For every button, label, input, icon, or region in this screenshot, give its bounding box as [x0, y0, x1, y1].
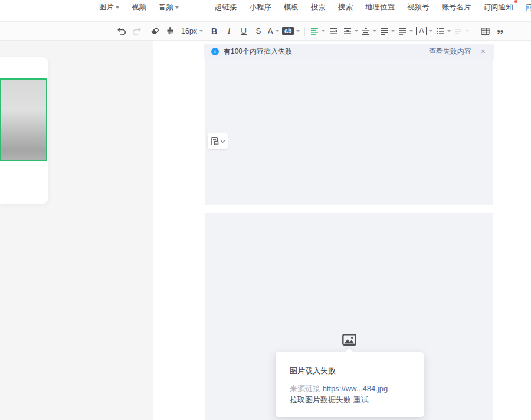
document-image-icon: [211, 137, 219, 146]
dropdown-caret-icon: [409, 30, 413, 32]
menu-item-account-card[interactable]: 账号名片: [442, 2, 471, 12]
line-spacing-button[interactable]: [398, 24, 413, 38]
chevron-down-icon: [116, 6, 119, 9]
indent-right-button[interactable]: [328, 24, 340, 38]
thumbnail-side-panel: [0, 41, 153, 420]
bullet-list-button[interactable]: [435, 24, 451, 38]
dropdown-caret-icon: [466, 30, 469, 32]
format-toolbar: 16px B I U S A ab: [0, 21, 531, 41]
source-label: 来源链接: [290, 384, 320, 393]
blockquote-button[interactable]: ”: [494, 24, 506, 38]
font-size-select[interactable]: 16px: [181, 24, 203, 38]
menu-item-label: 搜索: [338, 2, 353, 12]
indent-right-icon: [329, 27, 339, 36]
banner-message: 有100个内容插入失败: [224, 47, 292, 57]
align-left-button[interactable]: [310, 24, 325, 38]
insert-failure-banner: 有100个内容插入失败 查看失败内容 ×: [204, 44, 494, 60]
eraser-icon: [150, 27, 160, 36]
toolbar-divider: [474, 27, 474, 36]
menu-item-label: 订阅通知: [484, 2, 513, 12]
line-height-button[interactable]: [379, 24, 395, 38]
close-icon[interactable]: ×: [481, 48, 486, 55]
dropdown-caret-icon: [276, 30, 279, 32]
content-placeholder-block: [205, 60, 493, 205]
menu-item-hyperlink[interactable]: 超链接: [215, 2, 237, 12]
strikethrough-button[interactable]: S: [253, 24, 264, 38]
tooltip-source-line: 来源链接 https://ww...484.jpg: [290, 383, 413, 394]
menu-item-template[interactable]: 模板: [284, 2, 299, 12]
menu-item-label: 超链接: [215, 2, 237, 12]
underline-button[interactable]: U: [238, 24, 250, 38]
table-button[interactable]: [479, 24, 491, 38]
highlight-color-button[interactable]: ab: [282, 24, 300, 38]
bold-button[interactable]: B: [208, 24, 220, 38]
font-color-button[interactable]: A: [267, 24, 279, 38]
dropdown-caret-icon: [373, 30, 376, 32]
menu-item-channels[interactable]: 视频号: [407, 2, 430, 12]
menu-item-audio[interactable]: 音频: [159, 2, 179, 12]
dropdown-caret-icon: [429, 30, 432, 32]
letter-spacing-button[interactable]: A: [416, 24, 432, 38]
source-link[interactable]: https://ww...484.jpg: [323, 384, 388, 393]
menu-item-label: 音频: [159, 2, 173, 12]
menu-item-label: 地理位置: [365, 2, 395, 12]
menu-item-miniprogram[interactable]: 小程序: [250, 2, 272, 12]
thumbnail-card: [0, 57, 48, 204]
highlight-icon: ab: [282, 27, 294, 35]
redo-button[interactable]: [130, 24, 142, 38]
dropdown-caret-icon: [296, 30, 300, 32]
menu-item-qa[interactable]: 问答: [526, 2, 531, 12]
letter-spacing-icon: A: [416, 27, 427, 35]
bullet-list-icon: [435, 27, 445, 36]
clear-format-button[interactable]: [149, 24, 161, 38]
menu-item-search[interactable]: 搜索: [338, 2, 353, 12]
error-text: 拉取图片数据失败: [290, 395, 351, 404]
tooltip-error-line: 拉取图片数据失败 重试: [290, 394, 413, 405]
indent-both-button[interactable]: [343, 24, 358, 38]
undo-icon: [117, 27, 127, 36]
info-icon: [211, 48, 219, 55]
menu-item-label: 图片: [99, 2, 114, 12]
line-height-icon: [379, 27, 389, 36]
menu-item-subscribe-notice[interactable]: 订阅通知: [484, 2, 513, 12]
dropdown-caret-icon: [322, 30, 325, 32]
align-left-icon: [310, 27, 319, 36]
dropdown-caret-icon: [447, 30, 451, 32]
menu-item-label: 模板: [284, 2, 299, 12]
tooltip-title: 图片载入失败: [290, 366, 413, 376]
broken-image-icon[interactable]: [342, 334, 356, 346]
font-color-label: A: [267, 27, 273, 36]
format-painter-button[interactable]: [164, 24, 176, 38]
insert-media-button[interactable]: [208, 133, 228, 149]
menu-item-label: 视频号: [407, 2, 430, 12]
chevron-down-icon: [175, 6, 179, 9]
line-spacing-icon: [398, 27, 407, 36]
toolbar-divider: [304, 27, 305, 36]
menu-item-vote[interactable]: 投票: [311, 2, 326, 12]
view-failed-content-link[interactable]: 查看失败内容: [429, 47, 471, 57]
undo-button[interactable]: [116, 24, 127, 38]
menu-item-location[interactable]: 地理位置: [365, 2, 395, 12]
dropdown-caret-icon: [199, 30, 203, 32]
paragraph-spacing-icon: [361, 27, 371, 36]
faded-lines-icon: [454, 27, 463, 36]
dropdown-caret-icon: [355, 30, 358, 32]
menu-item-label: 投票: [311, 2, 326, 12]
menu-item-label: 小程序: [250, 2, 272, 12]
media-menu-bar: 图片 视频 音频 超链接 小程序 模板 投票 搜索 地理位置 视频号 账号名片 …: [0, 0, 531, 14]
italic-button[interactable]: I: [223, 24, 235, 38]
menu-item-label: 账号名片: [442, 2, 471, 12]
chevron-down-icon: [220, 140, 225, 143]
indent-both-icon: [343, 27, 352, 36]
menu-item-video[interactable]: 视频: [132, 2, 146, 12]
image-load-failed-tooltip: 图片载入失败 来源链接 https://ww...484.jpg 拉取图片数据失…: [276, 352, 424, 417]
menu-item-image[interactable]: 图片: [99, 2, 119, 12]
menu-item-label: 视频: [132, 2, 146, 12]
disabled-format-button: [454, 24, 469, 38]
dropdown-caret-icon: [391, 30, 395, 32]
table-icon: [480, 27, 490, 36]
paragraph-spacing-button[interactable]: [361, 24, 376, 38]
retry-link[interactable]: 重试: [353, 395, 369, 404]
new-badge-dot: [514, 0, 517, 3]
selected-image-thumbnail[interactable]: [0, 78, 47, 161]
